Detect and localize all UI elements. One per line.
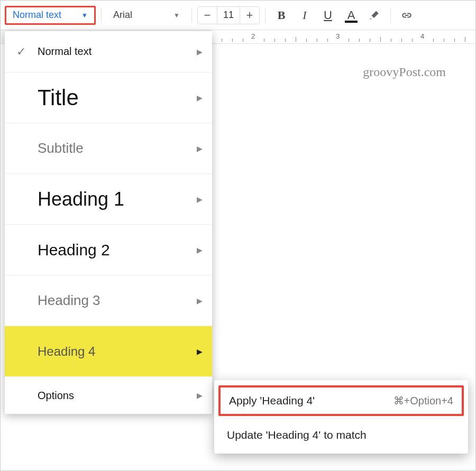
style-option-normal-text[interactable]: ✓Normal text▶ [5,31,212,72]
italic-button[interactable]: I [294,6,315,25]
insert-link-button[interactable] [396,6,417,25]
ruler-tick [274,39,275,42]
apply-heading4-item[interactable]: Apply 'Heading 4' ⌘+Option+4 [218,385,464,416]
check-icon: ✓ [16,45,38,59]
toolbar-separator [390,8,391,23]
font-size-increase-button[interactable]: + [240,7,259,24]
ruler-tick [465,37,465,42]
style-option-heading-2[interactable]: Heading 2▶ [5,225,212,275]
style-option-title[interactable]: Title▶ [5,72,212,123]
ruler-tick [243,39,243,42]
ruler-tick [433,39,434,42]
style-option-label: Heading 3 [38,292,197,309]
ruler-tick [317,39,317,42]
ruler-tick [296,37,296,42]
font-family-dropdown[interactable]: Arial ▼ [107,6,186,25]
italic-icon: I [303,8,306,22]
style-option-label: Heading 2 [38,241,197,259]
ruler-tick [327,39,328,42]
ruler-number: 2 [251,32,255,40]
font-size-value[interactable]: 11 [217,7,240,24]
ruler-tick [412,39,413,42]
font-size-control: − 11 + [197,6,260,24]
bold-button[interactable]: B [271,6,292,25]
ruler-tick [359,39,360,42]
style-option-subtitle[interactable]: Subtitle▶ [5,123,212,174]
ruler-tick [232,39,233,42]
font-family-label: Arial [113,10,132,21]
text-color-swatch [345,21,358,23]
bold-icon: B [278,8,286,22]
update-heading4-item[interactable]: Update 'Heading 4' to match [214,420,468,450]
ruler-tick [306,39,307,42]
style-option-label: Options [38,390,197,402]
style-option-label: Subtitle [38,140,197,156]
link-icon [400,8,414,22]
toolbar-separator [265,8,266,23]
ruler-tick [454,39,455,42]
caret-down-icon: ▼ [173,12,180,19]
style-option-heading-1[interactable]: Heading 1▶ [5,174,212,225]
style-option-label: Normal text [38,45,197,58]
ruler-tick [380,37,381,42]
ruler-tick [401,39,402,42]
submenu-arrow-icon: ▶ [197,48,203,56]
formatting-toolbar: Normal text ▼ Arial ▼ − 11 + B I U A [1,1,475,30]
toolbar-separator [191,8,192,23]
submenu-arrow-icon: ▶ [197,347,203,356]
submenu-arrow-icon: ▶ [197,94,203,102]
ruler-tick [370,39,370,42]
ruler-tick [391,39,391,42]
underline-icon: U [324,8,332,22]
ruler-tick [222,39,222,42]
submenu-arrow-icon: ▶ [197,391,203,400]
highlighter-icon [369,10,380,21]
style-option-label: Heading 1 [38,188,197,210]
ruler-tick [349,39,349,42]
text-color-button[interactable]: A [341,6,362,25]
submenu-separator [221,418,462,419]
update-heading4-label: Update 'Heading 4' to match [227,429,367,441]
apply-heading4-shortcut: ⌘+Option+4 [393,394,453,407]
paragraph-styles-menu: ✓Normal text▶Title▶Subtitle▶Heading 1▶He… [5,31,212,414]
style-option-heading-4[interactable]: Heading 4▶ [5,326,212,377]
underline-button[interactable]: U [317,6,338,25]
ruler-number: 4 [420,32,424,40]
caret-down-icon: ▼ [81,12,88,19]
ruler-tick [444,39,444,42]
submenu-arrow-icon: ▶ [197,246,203,254]
paragraph-styles-dropdown[interactable]: Normal text ▼ [5,6,96,25]
submenu-arrow-icon: ▶ [197,195,203,204]
submenu-arrow-icon: ▶ [197,144,203,153]
style-option-label: Heading 4 [38,344,197,359]
highlight-color-button[interactable] [364,6,385,25]
heading4-submenu: Apply 'Heading 4' ⌘+Option+4 Update 'Hea… [214,380,468,454]
style-option-heading-3[interactable]: Heading 3▶ [5,275,212,326]
ruler-tick [264,39,264,42]
ruler-tick [285,39,286,42]
watermark-text: groovyPost.com [244,65,454,79]
toolbar-separator [101,8,102,23]
style-option-options[interactable]: Options▶ [5,377,212,414]
font-size-decrease-button[interactable]: − [198,7,217,24]
paragraph-styles-label: Normal text [13,10,61,21]
style-option-label: Title [38,85,197,110]
apply-heading4-label: Apply 'Heading 4' [229,394,315,407]
submenu-arrow-icon: ▶ [197,297,203,305]
ruler-number: 3 [336,32,340,40]
